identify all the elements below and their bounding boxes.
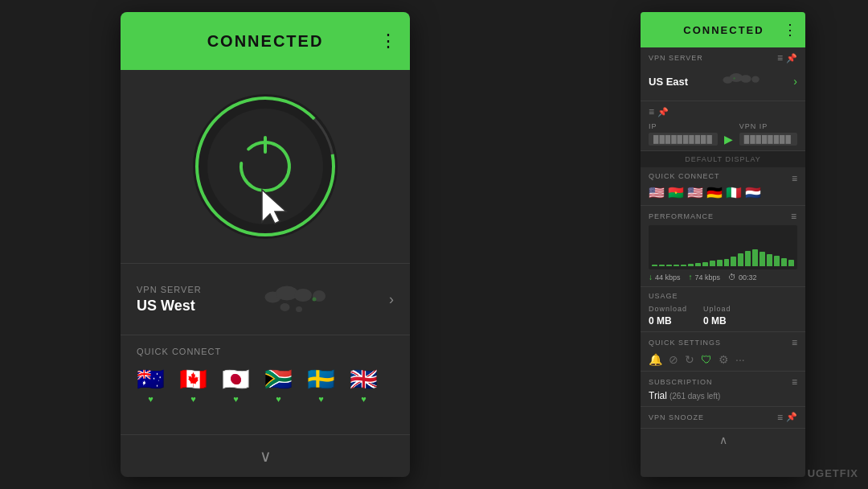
usage-label: USAGE bbox=[649, 292, 678, 300]
power-section bbox=[121, 70, 410, 263]
svg-point-11 bbox=[280, 303, 290, 311]
power-ring-svg bbox=[189, 90, 342, 243]
power-button[interactable] bbox=[189, 90, 342, 243]
right-vpn-icons: ≡ 📌 bbox=[777, 52, 797, 64]
flag-item-au[interactable]: 🇦🇺 ♥ bbox=[137, 366, 165, 404]
sub-value-row: Trial (261 days left) bbox=[649, 390, 797, 401]
quick-connect-section: QUICK CONNECT 🇦🇺 ♥ 🇨🇦 ♥ 🇯🇵 ♥ 🇿🇦 ♥ 🇸🇪 ♥ bbox=[121, 335, 410, 415]
left-panel: CONNECTED ⋮ bbox=[121, 12, 410, 477]
qc-menu-icon[interactable]: ≡ bbox=[792, 173, 797, 184]
svg-point-12 bbox=[296, 306, 302, 312]
flag-item-za[interactable]: 🇿🇦 ♥ bbox=[264, 366, 293, 404]
heart-za: ♥ bbox=[276, 394, 281, 404]
right-quick-connect: QUICK CONNECT ≡ 🇺🇸 🇧🇫 🇺🇸 🇩🇪 🇮🇹 🇳🇱 bbox=[641, 167, 805, 205]
download-icon: ↓ bbox=[649, 273, 653, 281]
upload-stat: ↑ 74 kbps bbox=[689, 273, 721, 281]
watermark: UGETFIX bbox=[808, 467, 858, 479]
heart-ca: ♥ bbox=[190, 394, 196, 404]
right-vpn-server-section: VPN SERVER ≡ 📌 US East › bbox=[641, 47, 805, 101]
flag-item-gb[interactable]: 🇬🇧 ♥ bbox=[350, 366, 378, 404]
menu-lines-icon[interactable]: ≡ bbox=[777, 52, 783, 64]
flag-za: 🇿🇦 bbox=[264, 366, 293, 392]
heart-jp: ♥ bbox=[233, 394, 239, 404]
qc-flag-us[interactable]: 🇺🇸 bbox=[649, 185, 665, 200]
qs-menu-icon[interactable]: ≡ bbox=[792, 337, 797, 348]
qc-flag-bf[interactable]: 🇧🇫 bbox=[668, 185, 684, 200]
right-vpn-label: VPN SERVER bbox=[649, 54, 703, 62]
qs-label: QUICK SETTINGS bbox=[649, 339, 721, 347]
flag-item-se[interactable]: 🇸🇪 ♥ bbox=[307, 366, 335, 404]
left-menu-icon[interactable]: ⋮ bbox=[379, 31, 397, 51]
vpn-server-chevron[interactable]: › bbox=[389, 291, 394, 308]
ul-value: 0 MB bbox=[703, 315, 731, 327]
sub-menu-icon[interactable]: ≡ bbox=[792, 376, 797, 388]
right-qc-label: QUICK CONNECT bbox=[649, 172, 720, 180]
right-vpn-chevron[interactable]: › bbox=[793, 75, 797, 88]
perf-bar-12 bbox=[731, 257, 736, 266]
performance-label: PERFORMANCE bbox=[649, 212, 714, 220]
ip-pin-icon: 📌 bbox=[657, 107, 669, 117]
heart-au: ♥ bbox=[148, 394, 154, 404]
svg-point-3 bbox=[207, 109, 323, 224]
ip-menu-icon[interactable]: ≡ bbox=[649, 106, 654, 117]
dl-value: 0 MB bbox=[649, 315, 687, 327]
perf-bar-2 bbox=[659, 265, 665, 266]
vpn-server-section[interactable]: VPN SERVER US West › bbox=[121, 263, 410, 335]
qc-flag-de[interactable]: 🇩🇪 bbox=[706, 185, 723, 200]
qs-shield-icon[interactable]: 🛡 bbox=[701, 353, 712, 366]
bottom-chevron-section[interactable]: ∧ bbox=[641, 428, 805, 451]
qs-label-row: QUICK SETTINGS ≡ bbox=[649, 337, 797, 348]
perf-bar-1 bbox=[652, 265, 657, 266]
vpn-server-map bbox=[255, 275, 335, 323]
upload-icon: ↑ bbox=[689, 273, 693, 281]
perf-bar-20 bbox=[788, 260, 794, 266]
time-value: 00:32 bbox=[739, 273, 757, 281]
qc-flag-us2[interactable]: 🇺🇸 bbox=[687, 185, 703, 200]
flag-jp: 🇯🇵 bbox=[222, 366, 250, 392]
flag-ca: 🇨🇦 bbox=[179, 366, 207, 392]
perf-bar-3 bbox=[666, 265, 672, 266]
perf-bar-6 bbox=[688, 264, 694, 266]
perf-bar-10 bbox=[717, 260, 723, 266]
performance-chart bbox=[649, 225, 797, 269]
ip-value: ██████████ bbox=[649, 133, 718, 146]
flag-item-ca[interactable]: 🇨🇦 ♥ bbox=[179, 366, 207, 404]
perf-bar-9 bbox=[710, 261, 715, 266]
pin-icon: 📌 bbox=[786, 53, 797, 64]
right-vpn-header: VPN SERVER ≡ 📌 bbox=[649, 52, 797, 64]
perf-menu-icon[interactable]: ≡ bbox=[791, 211, 797, 222]
bottom-arrow-section[interactable]: ∨ bbox=[121, 434, 410, 477]
performance-label-row: PERFORMANCE ≡ bbox=[649, 211, 797, 222]
perf-bar-13 bbox=[738, 253, 743, 266]
svg-point-17 bbox=[751, 76, 760, 82]
perf-bar-19 bbox=[781, 258, 787, 266]
snooze-menu-icon[interactable]: ≡ bbox=[777, 412, 783, 423]
qs-more-icon[interactable]: ··· bbox=[735, 353, 745, 366]
usage-row: Download 0 MB Upload 0 MB bbox=[649, 305, 797, 327]
flag-item-jp[interactable]: 🇯🇵 ♥ bbox=[222, 366, 250, 404]
perf-bar-15 bbox=[752, 249, 758, 266]
qc-flag-nl[interactable]: 🇳🇱 bbox=[745, 185, 761, 200]
vpn-ip-group: VPN IP ████████ bbox=[739, 122, 797, 146]
right-menu-icon[interactable]: ⋮ bbox=[783, 21, 797, 39]
perf-bar-14 bbox=[745, 251, 751, 266]
right-map-mini bbox=[717, 67, 765, 96]
qs-block-icon[interactable]: ⊘ bbox=[669, 353, 678, 366]
qs-refresh-icon[interactable]: ↻ bbox=[685, 353, 694, 366]
qs-gear-icon[interactable]: ⚙ bbox=[719, 353, 729, 366]
sub-header-label: SUBSCRIPTION bbox=[649, 378, 713, 386]
snooze-icons: ≡ 📌 bbox=[777, 412, 797, 423]
chevron-up-icon: ∧ bbox=[719, 434, 727, 446]
left-title: CONNECTED bbox=[207, 32, 324, 51]
heart-se: ♥ bbox=[318, 394, 324, 404]
qc-flag-it[interactable]: 🇮🇹 bbox=[726, 185, 742, 200]
qs-bell-icon[interactable]: 🔔 bbox=[649, 353, 662, 366]
default-display-bar: DEFAULT DISPLAY bbox=[641, 151, 805, 167]
right-server-name: US East bbox=[649, 76, 688, 88]
svg-point-18 bbox=[733, 77, 735, 79]
vpn-snooze-section: VPN SNOOZE ≡ 📌 bbox=[641, 406, 805, 428]
perf-stats: ↓ 44 kbps ↑ 74 kbps ⏱ 00:32 bbox=[649, 273, 797, 281]
left-header: CONNECTED ⋮ bbox=[121, 12, 410, 70]
perf-bar-18 bbox=[774, 256, 780, 266]
heart-gb: ♥ bbox=[361, 394, 366, 404]
